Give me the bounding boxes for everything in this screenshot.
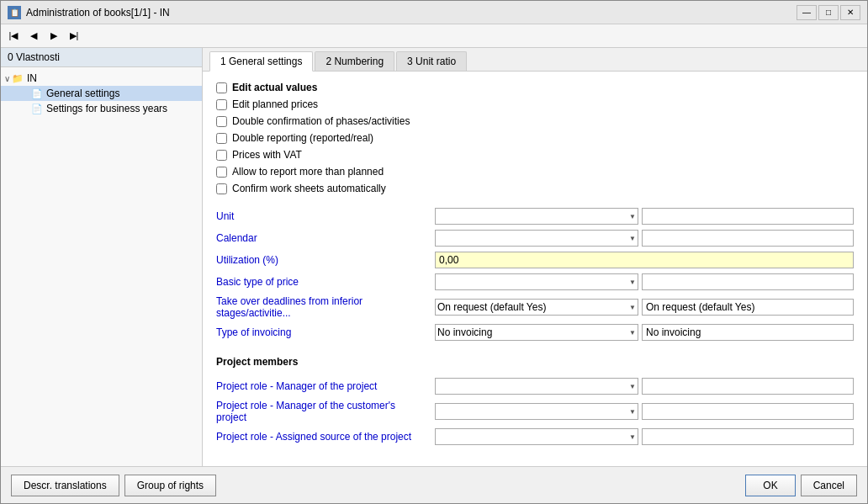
basic-price-select-wrapper [435,273,638,290]
unit-select-wrapper [435,208,638,225]
label-proj-manager: Project role - Manager of the project [216,380,435,392]
proj-manager-text[interactable] [642,378,854,395]
checkbox-row-allow-report: Allow to report more than planned [216,166,854,178]
invoicing-select[interactable]: No invoicing [435,324,638,341]
proj-manager-select-wrapper [435,378,638,395]
proj-manager-input-group [435,378,854,395]
checkbox-double-confirm[interactable] [216,116,227,127]
checkbox-edit-planned[interactable] [216,99,227,110]
checkbox-row-double-confirm: Double confirmation of phases/activities [216,115,854,127]
customer-manager-text[interactable] [642,403,854,420]
checkbox-prices-vat[interactable] [216,150,227,161]
nav-first-button[interactable]: |◀ [4,28,23,45]
label-prices-vat: Prices with VAT [232,149,302,161]
cancel-button[interactable]: Cancel [801,475,857,496]
assigned-source-select-wrapper [435,428,638,445]
calendar-select[interactable] [435,230,638,247]
group-rights-button[interactable]: Group of rights [124,475,216,496]
doc-icon-general: 📄 [31,88,43,99]
basic-price-text[interactable] [642,273,854,290]
doc-icon-business: 📄 [31,103,43,114]
label-double-report: Double reporting (reported/real) [232,132,373,144]
main-content: 0 Vlastnosti ∨ 📁 IN 📄 General settings 📄 [1,48,867,466]
label-allow-report: Allow to report more than planned [232,166,384,178]
expand-icon: ∨ [4,74,10,83]
tree-label-business-years: Settings for business years [46,103,167,114]
label-basic-price: Basic type of price [216,276,435,288]
take-over-input-group: On request (default Yes) [435,299,854,316]
label-utilization: Utilization (%) [216,254,435,266]
close-button[interactable]: ✕ [840,5,860,20]
unit-select[interactable] [435,208,638,225]
tab-content-general: Edit actual values Edit planned prices D… [203,72,867,466]
basic-price-select[interactable] [435,273,638,290]
bottom-bar-right: OK Cancel [745,475,857,496]
label-double-confirm: Double confirmation of phases/activities [232,115,410,127]
take-over-select[interactable]: On request (default Yes) [435,299,638,316]
checkbox-allow-report[interactable] [216,167,227,178]
left-panel: 0 Vlastnosti ∨ 📁 IN 📄 General settings 📄 [1,48,203,466]
left-panel-header: 0 Vlastnosti [1,48,202,67]
toolbar: |◀ ◀ ▶ ▶| [1,24,867,48]
checkbox-group: Edit actual values Edit planned prices D… [216,82,854,194]
tree-item-business-years[interactable]: 📄 Settings for business years [1,101,202,116]
unit-text[interactable] [642,208,854,225]
assigned-source-input-group [435,428,854,445]
nav-last-button[interactable]: ▶| [65,28,83,45]
maximize-button[interactable]: □ [818,5,839,20]
tree-item-in[interactable]: ∨ 📁 IN [1,71,202,86]
take-over-text[interactable] [642,299,854,316]
customer-manager-select-wrapper [435,403,638,420]
customer-manager-select[interactable] [435,403,638,420]
bottom-bar: Descr. translations Group of rights OK C… [1,466,867,503]
label-calendar: Calendar [216,232,435,244]
label-customer-manager: Project role - Manager of the customer's… [216,400,435,423]
right-panel: 1 General settings 2 Numbering 3 Unit ra… [203,48,867,466]
calendar-input-group [435,230,854,247]
label-confirm-work: Confirm work sheets automatically [232,183,386,194]
tab-numbering[interactable]: 2 Numbering [315,51,394,71]
invoicing-text[interactable] [642,324,854,341]
tree-label-in: IN [27,72,37,84]
bottom-bar-left: Descr. translations Group of rights [11,475,738,496]
utilization-input[interactable] [435,252,854,268]
checkbox-row-edit-actual: Edit actual values [216,82,854,93]
minimize-button[interactable]: — [797,5,817,20]
tree-item-general-settings[interactable]: 📄 General settings [1,86,202,101]
assigned-source-text[interactable] [642,428,854,445]
form-grid: Unit Calendar [216,208,854,445]
customer-manager-input-group [435,403,854,420]
checkbox-double-report[interactable] [216,133,227,144]
invoicing-input-group: No invoicing [435,324,854,341]
assigned-source-select[interactable] [435,428,638,445]
nav-prev-button[interactable]: ◀ [24,28,43,45]
main-window: 📋 Administration of books[1/1] - IN — □ … [0,0,868,504]
utilization-input-group [435,252,854,268]
project-members-header: Project members [216,356,854,368]
label-edit-actual: Edit actual values [232,82,317,93]
descr-translations-button[interactable]: Descr. translations [11,475,119,496]
calendar-text[interactable] [642,230,854,247]
label-take-over: Take over deadlines from inferior stages… [216,295,435,319]
checkbox-row-double-report: Double reporting (reported/real) [216,132,854,144]
label-edit-planned: Edit planned prices [232,98,318,110]
window-title: Administration of books[1/1] - IN [26,7,170,19]
tree-label-general-settings: General settings [46,88,119,99]
title-bar-left: 📋 Administration of books[1/1] - IN [8,6,170,19]
proj-manager-select[interactable] [435,378,638,395]
basic-price-input-group [435,273,854,290]
nav-next-button[interactable]: ▶ [45,28,63,45]
checkbox-row-edit-planned: Edit planned prices [216,98,854,110]
checkbox-edit-actual[interactable] [216,82,227,93]
tab-general-settings[interactable]: 1 General settings [209,51,313,72]
checkbox-confirm-work[interactable] [216,183,227,194]
label-type-invoicing: Type of invoicing [216,326,435,338]
title-bar-controls: — □ ✕ [797,5,860,20]
unit-input-group [435,208,854,225]
tabs-bar: 1 General settings 2 Numbering 3 Unit ra… [203,48,867,72]
checkbox-row-confirm-work: Confirm work sheets automatically [216,183,854,194]
tab-unit-ratio[interactable]: 3 Unit ratio [396,51,467,71]
calendar-select-wrapper [435,230,638,247]
checkbox-row-prices-vat: Prices with VAT [216,149,854,161]
ok-button[interactable]: OK [745,475,795,496]
